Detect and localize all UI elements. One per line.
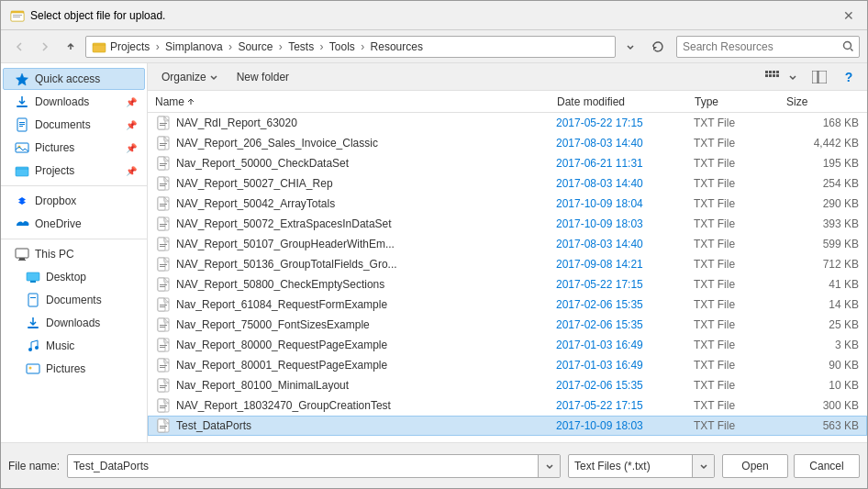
file-name-cell: NAV_Report_50072_ExtraSpacesInDataSet — [156, 217, 556, 231]
sidebar-item-projects[interactable]: Projects 📌 — [3, 160, 145, 182]
filename-dropdown-button[interactable] — [538, 454, 560, 478]
file-name-text: NAV_Report_50072_ExtraSpacesInDataSet — [176, 217, 392, 230]
svg-rect-41 — [160, 125, 165, 126]
table-row[interactable]: Nav_Report_80100_MinimalLayout 2017-02-0… — [148, 375, 867, 395]
svg-rect-106 — [160, 387, 165, 388]
bc-resources: Resources — [371, 40, 423, 53]
bc-tools: Tools — [329, 40, 355, 53]
table-row[interactable]: NAV_Report_18032470_GroupCreationTest 20… — [148, 395, 867, 416]
svg-rect-105 — [160, 385, 167, 386]
back-button[interactable] — [8, 36, 30, 58]
filetype-select-wrap: Text Files (*.txt)All Files (*.*) — [568, 454, 715, 478]
svg-rect-25 — [27, 364, 39, 373]
organize-button[interactable]: Organize — [155, 68, 225, 86]
sidebar-item-dropbox[interactable]: Dropbox — [3, 190, 145, 212]
table-row[interactable]: Nav_Report_75000_FontSizesExample 2017-0… — [148, 315, 867, 335]
table-row[interactable]: NAV_Report_50072_ExtraSpacesInDataSet 20… — [148, 214, 867, 234]
file-date-cell: 2017-08-03 14:40 — [556, 238, 694, 250]
sidebar-item-downloads[interactable]: Downloads 📌 — [3, 91, 145, 113]
svg-rect-86 — [160, 306, 165, 307]
sidebar-item-onedrive[interactable]: OneDrive — [3, 213, 145, 235]
cancel-button[interactable]: Cancel — [794, 454, 860, 478]
sidebar-divider-1 — [1, 185, 147, 186]
title-bar-left: Select object file for upload. — [10, 8, 165, 23]
table-row[interactable]: Nav_Report_50000_CheckDataSet 2017-06-21… — [148, 153, 867, 173]
table-row[interactable]: NAV_Report_50107_GroupHeaderWithEm... 20… — [148, 234, 867, 254]
sidebar-item-music[interactable]: Music — [3, 335, 145, 357]
sidebar-item-pictures[interactable]: Pictures 📌 — [3, 137, 145, 159]
col-type-label: Type — [695, 95, 718, 108]
sidebar-item-this-pc[interactable]: This PC — [3, 243, 145, 265]
close-button[interactable]: ✕ — [840, 6, 858, 25]
svg-rect-2 — [13, 15, 22, 16]
svg-rect-9 — [19, 122, 25, 123]
file-name-cell: Nav_Report_80000_RequestPageExample — [156, 338, 556, 352]
sidebar-item-desktop[interactable]: Desktop — [3, 266, 145, 288]
filename-input[interactable] — [68, 460, 538, 472]
pin-icon-proj: 📌 — [126, 166, 137, 176]
dropdown-button[interactable] — [619, 36, 641, 58]
txt-file-icon — [156, 136, 171, 150]
svg-rect-4 — [93, 43, 106, 52]
table-row[interactable]: Nav_Report_80000_RequestPageExample 2017… — [148, 335, 867, 355]
svg-rect-71 — [160, 246, 165, 247]
desktop-icon — [26, 270, 40, 284]
col-size[interactable]: Size — [786, 95, 860, 108]
col-date[interactable]: Date modified — [557, 95, 695, 108]
music-icon — [26, 339, 40, 353]
file-list[interactable]: NAV_RdI_Report_63020 2017-05-22 17:15 TX… — [148, 113, 867, 442]
refresh-button[interactable] — [647, 36, 669, 58]
bc-projects: Projects — [110, 40, 150, 53]
search-input[interactable] — [677, 40, 837, 53]
table-row[interactable]: NAV_Report_50136_GroupTotalFields_Gro...… — [148, 254, 867, 274]
search-button[interactable] — [837, 36, 859, 58]
sidebar-item-pictures2[interactable]: Pictures — [3, 358, 145, 380]
col-name[interactable]: Name — [155, 95, 557, 108]
svg-marker-6 — [17, 73, 28, 85]
svg-rect-46 — [160, 145, 165, 146]
svg-rect-29 — [773, 71, 775, 73]
sidebar-item-documents[interactable]: Documents 📌 — [3, 114, 145, 136]
up-button[interactable] — [60, 36, 82, 58]
svg-rect-61 — [160, 206, 165, 206]
file-date-cell: 2017-10-09 18:03 — [556, 419, 694, 432]
file-name-text: Nav_Report_75000_FontSizesExample — [176, 318, 370, 331]
help-button[interactable]: ? — [838, 66, 860, 88]
file-date-cell: 2017-02-06 15:35 — [556, 298, 694, 311]
open-button[interactable]: Open — [722, 454, 788, 478]
sidebar-item-documents2[interactable]: Documents — [3, 289, 145, 311]
forward-button[interactable] — [34, 36, 56, 58]
view-dropdown-button[interactable] — [785, 66, 800, 88]
table-row[interactable]: Nav_Report_61084_RequestFormExample 2017… — [148, 295, 867, 315]
sidebar-item-downloads2[interactable]: Downloads — [3, 312, 145, 334]
table-row[interactable]: Test_DataPorts 2017-10-09 18:03 TXT File… — [148, 416, 867, 436]
txt-file-icon — [156, 277, 171, 292]
filetype-select[interactable]: Text Files (*.txt)All Files (*.*) — [569, 460, 692, 472]
svg-rect-81 — [160, 286, 165, 287]
table-row[interactable]: NAV_RdI_Report_63020 2017-05-22 17:15 TX… — [148, 113, 867, 133]
file-size-cell: 4,442 KB — [785, 137, 859, 150]
col-type[interactable]: Type — [695, 95, 786, 108]
new-folder-button[interactable]: New folder — [230, 68, 295, 86]
table-row[interactable]: NAV_Report_50042_ArrayTotals 2017-10-09 … — [148, 194, 867, 214]
file-name-text: Nav_Report_80100_MinimalLayout — [176, 379, 349, 392]
svg-rect-32 — [769, 74, 772, 77]
file-date-cell: 2017-08-03 14:40 — [556, 137, 694, 150]
svg-rect-91 — [160, 327, 165, 328]
table-row[interactable]: NAV_Report_50800_CheckEmptySections 2017… — [148, 274, 867, 295]
file-name-cell: Nav_Report_50000_CheckDataSet — [156, 156, 556, 171]
bottom-bar: File name: Text Files (*.txt)All Files (… — [1, 442, 867, 488]
svg-rect-34 — [776, 74, 779, 77]
svg-rect-10 — [19, 124, 25, 125]
file-date-cell: 2017-10-09 18:03 — [556, 217, 694, 230]
sidebar-item-quick-access[interactable]: Quick access — [3, 68, 145, 90]
table-row[interactable]: NAV_Report_50027_CHIA_Rep 2017-08-03 14:… — [148, 173, 867, 194]
file-name-text: NAV_Report_50107_GroupHeaderWithEm... — [176, 238, 395, 250]
view-button[interactable] — [760, 66, 785, 88]
table-row[interactable]: NAV_Report_206_Sales_Invoice_Classic 201… — [148, 133, 867, 153]
table-row[interactable]: Nav_Report_80001_RequestPageExample 2017… — [148, 355, 867, 375]
pane-button[interactable] — [807, 66, 832, 88]
file-date-cell: 2017-02-06 15:35 — [556, 379, 694, 392]
svg-rect-115 — [160, 426, 167, 427]
file-name-cell: Nav_Report_75000_FontSizesExample — [156, 317, 556, 332]
